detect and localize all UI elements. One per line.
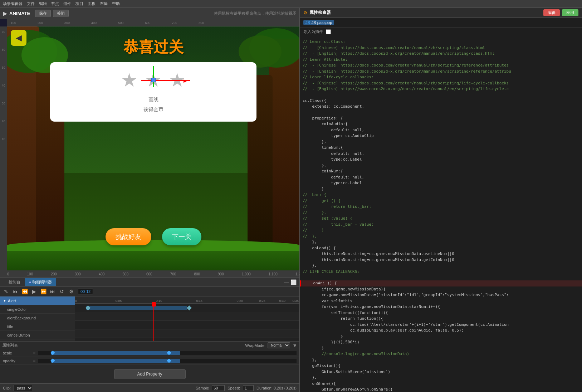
timeline-ruler: 0 0:05 0:10 0:15 0:20 0:25 0:30 0:35 [75,297,299,304]
star-1: ★ [121,69,138,91]
skip-end-btn[interactable]: ⏭ [49,288,57,295]
tab-animation-editor[interactable]: ● 动画编辑器 [25,278,56,286]
scale-bar [51,351,180,355]
prop-opacity: opacity ≡ [0,357,299,365]
code-line: goMission(){ [300,363,582,369]
menu-help[interactable]: 帮助 [112,1,120,6]
star-2: ★ ▶ [145,69,162,91]
code-line: // return this._bar; [300,204,582,210]
script-file-tag: JS JS passpop [303,20,334,25]
keyframe-end[interactable] [186,305,191,310]
code-line: this.coinNum.string=cc.game.nowMissionDa… [300,257,582,263]
wrapmode-select[interactable]: Normal [268,342,290,348]
code-line: extends: cc.Component, [300,104,582,110]
timeline-cursor[interactable] [153,304,154,341]
track-cancel-btn[interactable]: cancelButton [0,331,75,339]
settings-btn[interactable]: ⚙ [67,288,75,295]
code-line: // - [English] https://docs.cocos2d-x.or… [300,51,582,57]
transform-handle[interactable] [151,78,156,82]
transform-h-axis [141,80,190,81]
record-btn[interactable]: ↺ [58,288,66,295]
track-title[interactable]: title [0,322,75,331]
code-line: this.lineNum.string=cc.game.nowMissionDa… [300,251,582,257]
import-plugin-section: 导入为插件 [300,28,582,36]
menu-project[interactable]: 项目 [75,1,83,6]
left-panel: ▶ ANIMATE 保存 关闭 使用鼠标右键平移视窗焦点，使用滚轮缩放视图 10… [0,8,300,392]
skip-start-btn[interactable]: ⏮ [11,288,19,295]
challenge-button[interactable]: 挑战好友 [106,228,151,245]
code-editor[interactable]: // Learn cc.Class: // - [Chinese] https:… [300,36,582,392]
code-line: cc.find('Alert/stars/star'+(i+1)+'/star'… [300,322,582,328]
code-line: }, [300,263,582,269]
import-plugin-checkbox[interactable] [326,29,331,34]
toolbar-hint: 使用鼠标右键平移视窗焦点，使用滚轮缩放视图 [214,11,297,16]
maximize-icon[interactable]: ⬜ [290,279,297,285]
code-line: // } [300,227,582,234]
code-line: lineNum:{ [300,145,582,151]
track-alert[interactable]: ▼ Alert [0,297,75,305]
code-line: // - [Chinese] https://docs.cocos.com/cr… [300,45,582,51]
menu-node[interactable]: 节点 [51,1,59,6]
edit-code-button[interactable]: 编辑 [543,9,560,16]
code-line: }, [300,375,582,381]
minimize-icon[interactable]: — [284,279,289,285]
menu-layout[interactable]: 布局 [100,1,108,6]
code-line [300,110,582,116]
code-line: setTimeout((function(i){ [300,310,582,316]
prop-opacity-menu[interactable]: ≡ [33,358,35,363]
close-button[interactable]: 关闭 [53,10,69,17]
editor-toolbar: ▶ ANIMATE 保存 关闭 使用鼠标右键平移视窗焦点，使用滚轮缩放视图 [0,8,299,19]
code-line: default: null, [300,127,582,133]
code-line: type: cc.AudioClip [300,133,582,139]
script-section: JS JS passpop [300,18,582,28]
timeline-tabs: ☰ 控制台 ● 动画编辑器 — ⬜ [0,278,299,286]
next-frame-btn[interactable]: ⏩ [39,288,47,295]
edit-btn[interactable]: ✎ [2,288,10,295]
track-row-alert [75,304,299,312]
clip-select[interactable]: pass [14,385,33,391]
apply-button[interactable]: 应用 [562,9,578,16]
add-property-button[interactable]: Add Property [114,369,186,379]
menu-component[interactable]: 组件 [63,1,71,6]
code-line: // - [English] https://www.cocos2d-x.org… [300,86,582,92]
code-line: // Learn life-cycle callbacks: [300,74,582,80]
menu-file[interactable]: 文件 [27,1,35,6]
scale-bar-area [38,351,297,355]
back-button[interactable]: ◀ [11,30,26,46]
play-btn[interactable]: ▶ [30,288,38,295]
code-line: // }, [300,234,582,240]
track-single-color[interactable]: singleColor [0,305,75,314]
menu-title[interactable]: 场景编辑器 [3,1,23,6]
inspector-icon: ⚙ [303,10,307,15]
code-line: // - [Chinese] https://docs.cocos.com/cr… [300,63,582,69]
prev-frame-btn[interactable]: ⏪ [21,288,29,295]
prop-scale-menu[interactable]: ≡ [33,351,35,356]
code-line: cc.game.nowMissionData={"missionId":"id1… [300,292,582,298]
scene-content: 恭喜过关 ★ ★ ▶ ★ [7,26,299,270]
track-timeline: 0 0:05 0:10 0:15 0:20 0:25 0:30 0:35 [75,297,299,341]
code-line [300,92,582,98]
code-line: type:cc.Label [300,157,582,163]
tab-console[interactable]: ☰ 控制台 [0,278,25,286]
props-list-header: 属性列表 WrapMode: Normal ▼ [0,342,299,349]
speed-input[interactable] [243,385,254,391]
scene-view: 100 200 300 400 500 600 700 800 70 60 50… [0,19,299,270]
track-row-1 [75,312,299,321]
save-button[interactable]: 保存 [35,10,51,17]
prop-scale: scale ≡ [0,349,299,357]
sample-input[interactable] [212,385,225,391]
menu-panel[interactable]: 面板 [88,1,96,6]
menu-edit[interactable]: 编辑 [39,1,47,6]
code-line: // - [Chinese] https://docs.cocos.com/cr… [300,80,582,87]
code-line: }, [300,357,582,363]
code-line: properties: { [300,116,582,122]
timeline-controls: ✎ ⏮ ⏪ ▶ ⏩ ⏭ ↺ ⚙ 00-12 [0,286,299,297]
next-button[interactable]: 下一关 [162,228,201,245]
code-line: onShare(){ [300,381,582,387]
code-line [300,275,582,280]
code-line: } [300,186,582,192]
dropdown-arrow[interactable]: ▼ [292,343,297,348]
scene-numbers-bar: 0 100 200 300 400 500 600 700 800 900 1,… [0,270,299,278]
track-alert-bg[interactable]: alertBackground [0,314,75,322]
code-line: }, [300,163,582,169]
